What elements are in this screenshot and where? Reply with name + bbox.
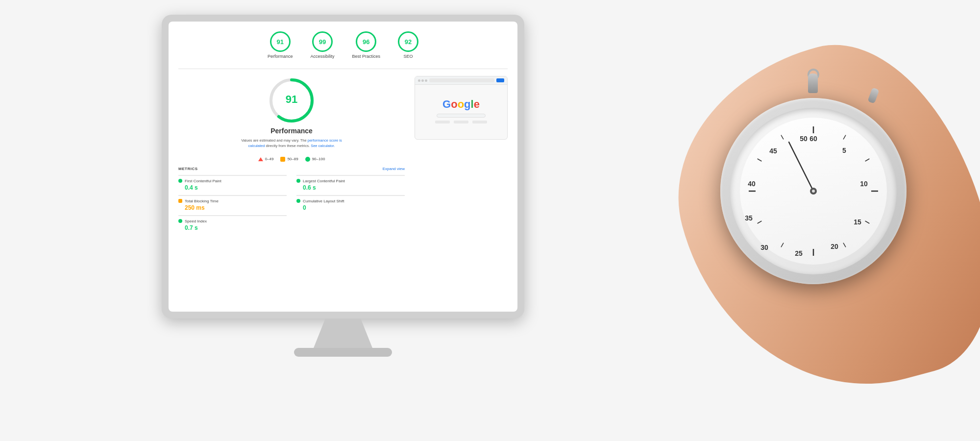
score-circle-performance: 91 [270,31,291,52]
legend-dot-orange [280,157,285,162]
metric-item-lcp: Largest Contentful Paint 0.6 s [296,175,405,191]
browser-content: Google [415,85,507,137]
svg-line-13 [758,159,762,161]
metric-name-cls: Cumulative Layout Shift [303,199,344,203]
performance-desc: Values are estimated and may vary. The p… [233,138,350,149]
svg-text:50: 50 [800,135,808,143]
metric-item-fcp: First Contentful Paint 0.4 s [178,175,287,191]
svg-text:45: 45 [769,147,777,155]
browser-dots [418,79,427,82]
stopwatch-area: 60 5 10 15 20 25 30 35 40 45 50 [539,0,980,441]
stopwatch-inner: 60 5 10 15 20 25 30 35 40 45 50 [730,108,897,274]
desc-text2: directly from these metrics. [266,144,311,148]
metrics-section: METRICS Expand view First Contentful Pai… [178,167,405,231]
stopwatch-face: 60 5 10 15 20 25 30 35 40 45 50 [740,118,887,265]
svg-line-14 [781,135,784,140]
metric-value-si: 0.7 s [178,224,287,231]
monitor-base [294,348,392,357]
score-item-seo[interactable]: 92 SEO [398,31,418,59]
score-item-performance[interactable]: 91 Performance [268,31,293,59]
svg-line-10 [781,243,784,247]
score-circle-best-practices: 96 [356,31,376,52]
metric-name-row-cls: Cumulative Layout Shift [296,199,405,203]
performance-main-title: Performance [270,127,313,135]
metric-name-row-si: Speed Index [178,219,287,223]
big-score-container: 91 Performance Values are estimated and … [233,76,350,149]
monitor: 91 Performance 99 Accessibility 96 Best … [162,15,524,358]
monitor-screen: 91 Performance 99 Accessibility 96 Best … [169,22,517,312]
desc-text1: Values are estimated and may vary. The [241,138,307,143]
metric-name-row-lcp: Largest Contentful Paint [296,179,405,183]
metric-name-si: Speed Index [185,219,207,223]
legend-dot-red [258,157,263,161]
legend-row: 0–49 50–89 90–100 [258,157,325,162]
score-item-best-practices[interactable]: 96 Best Practices [352,31,381,59]
svg-line-8 [843,243,846,247]
score-circle-seo: 92 [398,31,418,52]
google-logo: Google [442,98,480,111]
svg-text:20: 20 [831,243,838,250]
svg-line-26 [789,142,813,191]
stopwatch-button-top [808,74,818,93]
svg-line-11 [758,221,762,223]
metric-item-tbt: Total Blocking Time 250 ms [178,195,287,211]
legend-item-orange: 50–89 [280,157,298,162]
search-bar-preview [437,114,486,118]
stopwatch: 60 5 10 15 20 25 30 35 40 45 50 [720,98,906,284]
metric-dot-fcp [178,179,182,183]
metric-item-si: Speed Index 0.7 s [178,215,287,231]
search-link-2 [454,121,468,123]
monitor-stand [314,318,372,348]
metric-value-lcp: 0.6 s [296,184,405,191]
browser-action-btn [496,78,504,82]
legend-label-orange: 50–89 [287,157,298,161]
metric-dot-si [178,219,182,223]
score-circle-accessibility: 99 [312,31,333,52]
svg-text:91: 91 [286,93,297,105]
monitor-body: 91 Performance 99 Accessibility 96 Best … [162,15,524,318]
metrics-title: METRICS [178,167,198,171]
metric-value-tbt: 250 ms [178,204,287,211]
screen-content: 91 Performance 99 Accessibility 96 Best … [169,22,517,312]
svg-text:5: 5 [842,147,846,154]
left-panel: 91 Performance Values are estimated and … [178,76,405,231]
svg-text:30: 30 [760,244,768,251]
metric-name-row-fcp: First Contentful Paint [178,179,287,183]
browser-preview: Google [415,76,508,140]
legend-item-green: 90–100 [305,157,325,162]
legend-item-red: 0–49 [258,157,274,161]
browser-bar [415,76,507,85]
metric-dot-lcp [296,179,300,183]
score-item-accessibility[interactable]: 99 Accessibility [310,31,334,59]
svg-text:10: 10 [860,180,868,188]
tick-marks-svg: 60 5 10 15 20 25 30 35 40 45 50 [740,118,887,265]
svg-text:60: 60 [809,135,817,143]
metric-dot-cls [296,199,300,203]
score-label-seo: SEO [404,54,413,59]
score-label-best-practices: Best Practices [352,54,381,59]
legend-dot-green [305,157,310,162]
expand-view-button[interactable]: Expand view [383,167,405,171]
calc-link[interactable]: See calculator. [311,144,335,148]
metric-dot-tbt [178,199,182,203]
main-area: 91 Performance Values are estimated and … [178,76,508,231]
svg-line-5 [865,159,870,161]
metric-value-cls: 0 [296,204,405,211]
scores-row: 91 Performance 99 Accessibility 96 Best … [178,29,508,59]
score-label-performance: Performance [268,54,293,59]
gauge-svg: 91 [267,76,316,125]
svg-text:40: 40 [748,180,756,188]
browser-dot-2 [421,79,424,82]
svg-text:25: 25 [795,249,803,257]
search-link-3 [472,121,487,123]
svg-text:35: 35 [745,214,753,222]
metric-item-cls: Cumulative Layout Shift 0 [296,195,405,211]
legend-label-red: 0–49 [265,157,274,161]
search-link-1 [435,121,450,123]
browser-dot-3 [425,79,427,82]
svg-text:15: 15 [854,218,861,226]
svg-line-7 [865,221,870,223]
metrics-header: METRICS Expand view [178,167,405,171]
score-label-accessibility: Accessibility [310,54,334,59]
metric-name-lcp: Largest Contentful Paint [303,179,345,183]
